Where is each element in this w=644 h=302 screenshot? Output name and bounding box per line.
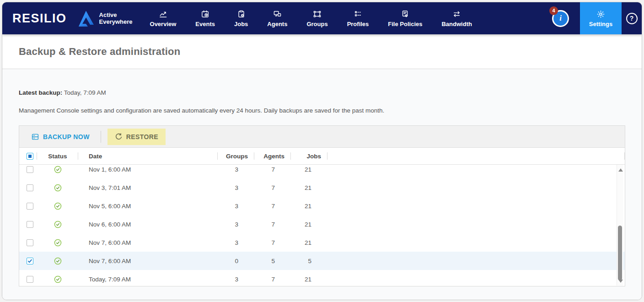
page-title: Backup & Restore administration xyxy=(19,46,180,58)
row-agents: 5 xyxy=(254,258,291,264)
backup-now-label: BACKUP NOW xyxy=(43,133,90,140)
row-checkbox[interactable] xyxy=(27,239,33,246)
nav-item-label: Groups xyxy=(306,21,327,27)
nav-item-label: Overview xyxy=(150,21,177,27)
row-checkbox[interactable] xyxy=(27,221,33,228)
clipboard-gear-icon xyxy=(236,10,246,19)
brand-product-line1: Active xyxy=(99,11,133,18)
row-jobs: 5 xyxy=(291,258,327,264)
table-row[interactable]: Nov 3, 7:01 AM 3 7 21 xyxy=(19,178,625,197)
notification-badge: 4 xyxy=(549,6,558,15)
row-groups: 3 xyxy=(218,203,254,210)
nav-item-profiles[interactable]: Profiles xyxy=(347,10,369,27)
latest-backup-line: Latest backup: Today, 7:09 AM xyxy=(19,69,625,96)
nav-item-jobs[interactable]: Jobs xyxy=(234,10,248,27)
header-cell-checkbox xyxy=(19,148,37,164)
table-row[interactable]: Nov 6, 6:00 AM 3 7 21 xyxy=(19,215,625,233)
status-success-icon xyxy=(54,221,62,228)
gear-icon xyxy=(596,10,606,19)
document-gear-icon xyxy=(400,10,410,19)
help: ? xyxy=(622,13,642,24)
row-jobs: 21 xyxy=(291,239,327,246)
list-settings-icon xyxy=(353,10,363,19)
row-date: Nov 7, 6:00 AM xyxy=(78,258,218,264)
nav-item-label: Events xyxy=(195,21,215,27)
restore-button[interactable]: RESTORE xyxy=(107,129,166,145)
nav-item-bandwidth[interactable]: Bandwidth xyxy=(441,10,472,27)
header-cell-jobs[interactable]: Jobs xyxy=(291,148,327,164)
backup-now-button[interactable]: BACKUP NOW xyxy=(27,129,94,145)
brand: RESILIO Active Everywhere xyxy=(2,10,133,27)
row-date: Nov 5, 6:00 AM xyxy=(78,203,218,210)
nav-item-agents[interactable]: Agents xyxy=(267,10,287,27)
row-agents: 7 xyxy=(254,239,291,246)
active-everywhere-logo-icon xyxy=(77,10,95,27)
nav-item-events[interactable]: Events xyxy=(195,10,215,27)
table-row-selected[interactable]: Nov 7, 6:00 AM 0 5 5 xyxy=(19,252,625,270)
help-button[interactable]: ? xyxy=(626,13,638,24)
status-success-icon xyxy=(54,239,62,247)
vertical-scrollbar[interactable] xyxy=(617,165,623,286)
row-groups: 3 xyxy=(218,239,254,246)
calendar-clock-icon xyxy=(200,10,210,19)
row-jobs: 21 xyxy=(291,203,327,210)
header-cell-groups[interactable]: Groups xyxy=(218,148,254,164)
nav-item-label: Agents xyxy=(267,21,287,27)
notifications: 4 i xyxy=(552,10,569,27)
brand-product-name: Active Everywhere xyxy=(99,11,133,25)
restore-label: RESTORE xyxy=(126,133,158,140)
nav-item-overview[interactable]: Overview xyxy=(150,10,177,27)
header-cell-date[interactable]: Date xyxy=(78,148,218,164)
nav-item-groups[interactable]: Groups xyxy=(306,10,327,27)
table-row[interactable]: Nov 7, 6:00 AM 3 7 21 xyxy=(19,233,625,252)
row-agents: 7 xyxy=(254,276,291,283)
row-groups: 0 xyxy=(218,258,254,264)
scroll-up-arrow-icon[interactable] xyxy=(618,168,623,172)
brand-product-line2: Everywhere xyxy=(99,18,133,25)
latest-backup-value: Today, 7:09 AM xyxy=(64,89,106,96)
scroll-down-arrow-icon[interactable] xyxy=(618,280,623,283)
row-date: Nov 3, 7:01 AM xyxy=(78,184,218,191)
row-jobs: 21 xyxy=(291,276,327,283)
nav-item-file-policies[interactable]: File Policies xyxy=(388,10,422,27)
row-checkbox-checked[interactable] xyxy=(27,258,33,264)
nav-right-controls: 4 i Settings ? xyxy=(552,2,642,34)
latest-backup-label: Latest backup: xyxy=(19,89,62,96)
row-agents: 7 xyxy=(254,221,291,228)
indeterminate-mark xyxy=(28,155,32,158)
backups-card: BACKUP NOW RESTORE xyxy=(19,125,625,286)
row-agents: 7 xyxy=(254,166,291,173)
row-jobs: 21 xyxy=(291,184,327,191)
row-checkbox[interactable] xyxy=(27,166,33,173)
table-row[interactable]: Nov 5, 6:00 AM 3 7 21 xyxy=(19,197,625,215)
row-jobs: 21 xyxy=(291,166,327,173)
row-checkbox[interactable] xyxy=(27,184,33,191)
row-checkbox[interactable] xyxy=(27,203,33,210)
restore-icon xyxy=(115,133,123,140)
header-cell-status[interactable]: Status xyxy=(37,148,78,164)
status-success-icon xyxy=(54,202,62,210)
select-all-checkbox[interactable] xyxy=(27,153,33,160)
main-content: Latest backup: Today, 7:09 AM Management… xyxy=(2,69,642,300)
nav-item-label: File Policies xyxy=(388,21,422,27)
row-groups: 3 xyxy=(218,166,254,173)
row-checkbox[interactable] xyxy=(27,276,33,283)
table-row[interactable]: Today, 7:09 AM 3 7 21 xyxy=(19,270,625,286)
row-date: Today, 7:09 AM xyxy=(78,276,218,283)
row-groups: 3 xyxy=(218,184,254,191)
row-agents: 7 xyxy=(254,184,291,191)
backup-description: Management Console settings and configur… xyxy=(19,107,625,114)
checkmark-icon xyxy=(27,259,32,264)
scrollbar-thumb[interactable] xyxy=(618,226,622,280)
nav-item-settings[interactable]: Settings xyxy=(580,2,622,34)
top-navbar: RESILIO Active Everywhere xyxy=(2,2,642,34)
nav-item-label: Bandwidth xyxy=(441,21,472,27)
table-row[interactable]: Nov 1, 6:00 AM 3 7 21 xyxy=(19,165,625,178)
status-success-icon xyxy=(54,166,62,173)
app-window: RESILIO Active Everywhere xyxy=(2,2,642,300)
header-cell-agents[interactable]: Agents xyxy=(254,148,291,164)
backup-now-icon xyxy=(31,133,39,141)
status-success-icon xyxy=(54,184,62,192)
toolbar-divider xyxy=(101,131,101,143)
header-cell-spacer xyxy=(327,148,625,164)
